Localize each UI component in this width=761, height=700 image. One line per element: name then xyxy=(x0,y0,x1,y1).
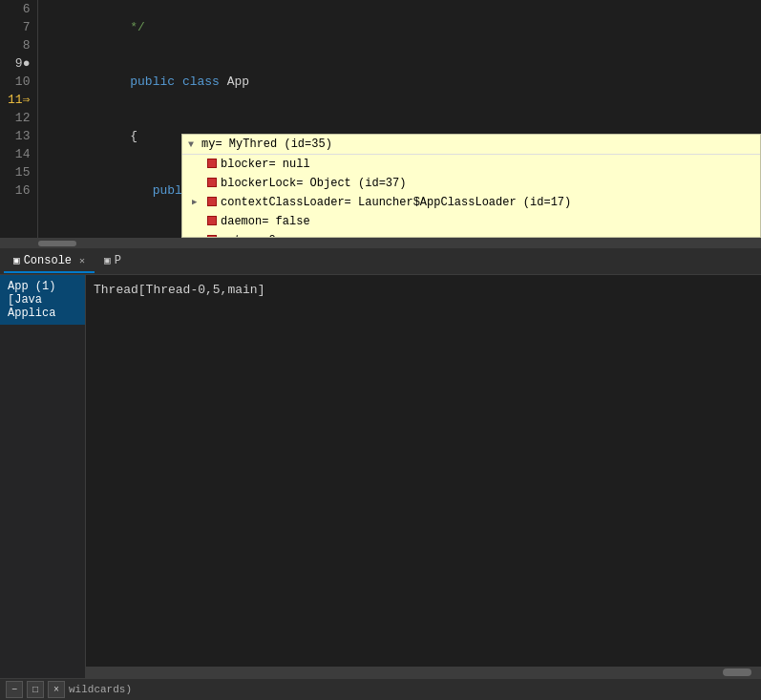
popup-title: my= MyThred (id=35) xyxy=(201,138,332,151)
console-tab-label: Console xyxy=(24,254,72,267)
main-container: 6 7 8 9● 10 11⇒ 12 13 14 15 16 */ public… xyxy=(0,0,761,700)
field-type-icon xyxy=(207,159,217,168)
entry-text: blocker= null xyxy=(221,156,310,173)
debug-popup-header: ▼ my= MyThred (id=35) xyxy=(182,135,760,155)
field-type-icon xyxy=(207,235,217,238)
console-output-area[interactable]: Thread[Thread-0,5,main] xyxy=(86,275,761,667)
console-tab-close[interactable]: ✕ xyxy=(79,255,85,266)
expand-arrow-icon: ▶ xyxy=(192,194,201,211)
p-tab-icon: ▣ xyxy=(104,254,111,266)
line-num-11: 11⇒ xyxy=(8,91,30,109)
bottom-controls: − □ × wildcards) xyxy=(0,678,761,700)
debug-entry: daemon= false xyxy=(182,212,760,231)
line-num-15: 15 xyxy=(8,163,30,181)
entry-text: blockerLock= Object (id=37) xyxy=(221,175,406,192)
panel-sidebar: App (1) [Java Applica xyxy=(0,275,86,678)
field-type-icon xyxy=(207,216,217,225)
debug-entry: blocker= null xyxy=(182,155,760,174)
panel-tabs: ▣ Console ✕ ▣ P xyxy=(0,248,761,275)
line-num-12: 12 xyxy=(8,109,30,127)
panel-main: Thread[Thread-0,5,main] xyxy=(86,275,761,678)
close-button[interactable]: × xyxy=(48,681,65,698)
code-line-6: */ xyxy=(48,0,761,54)
wildcards-label: wildcards) xyxy=(69,684,132,695)
sidebar-item-app[interactable]: App (1) [Java Applica xyxy=(0,275,85,325)
entry-text: daemon= false xyxy=(221,213,310,230)
field-type-icon xyxy=(207,197,217,206)
editor-area: 6 7 8 9● 10 11⇒ 12 13 14 15 16 */ public… xyxy=(0,0,761,239)
debug-entry: eetop= 0 xyxy=(182,231,760,238)
line-num-9: 9● xyxy=(8,54,30,73)
collapse-icon[interactable]: ▼ xyxy=(188,139,194,150)
tab-console[interactable]: ▣ Console ✕ xyxy=(4,250,95,273)
console-h-scrollbar[interactable] xyxy=(86,667,761,678)
line-num-8: 8 xyxy=(8,36,30,54)
debug-variable-popup[interactable]: ▼ my= MyThred (id=35) blocker= null bloc… xyxy=(181,134,761,238)
h-scroll-thumb[interactable] xyxy=(38,241,76,246)
console-tab-icon: ▣ xyxy=(13,254,20,266)
line-num-7: 7 xyxy=(8,18,30,36)
tab-p[interactable]: ▣ P xyxy=(95,250,131,273)
line-num-6: 6 xyxy=(8,0,30,18)
debug-entry: blockerLock= Object (id=37) xyxy=(182,174,760,193)
editor-scrollbar[interactable] xyxy=(0,239,761,248)
line-num-14: 14 xyxy=(8,145,30,163)
sidebar-app-label: App (1) [Java Applica xyxy=(8,280,55,320)
entry-text: eetop= 0 xyxy=(221,232,276,238)
console-h-scroll-thumb xyxy=(723,668,751,676)
debug-entry[interactable]: ▶ contextClassLoader= Launcher$AppClassL… xyxy=(182,193,760,212)
bottom-panel: ▣ Console ✕ ▣ P App (1) [Java Applica Th… xyxy=(0,248,761,700)
debug-entries-container: blocker= null blockerLock= Object (id=37… xyxy=(182,155,760,238)
line-numbers: 6 7 8 9● 10 11⇒ 12 13 14 15 16 xyxy=(0,0,38,238)
p-tab-label: P xyxy=(115,254,121,267)
minimize-button[interactable]: − xyxy=(6,681,23,698)
code-line-7: public class App xyxy=(48,54,761,109)
maximize-button[interactable]: □ xyxy=(27,681,44,698)
console-output-text: Thread[Thread-0,5,main] xyxy=(86,279,761,301)
line-num-16: 16 xyxy=(8,181,30,200)
panel-content: App (1) [Java Applica Thread[Thread-0,5,… xyxy=(0,275,761,678)
line-num-13: 13 xyxy=(8,127,30,145)
entry-text: contextClassLoader= Launcher$AppClassLoa… xyxy=(221,194,571,211)
field-type-icon xyxy=(207,178,217,187)
line-num-10: 10 xyxy=(8,73,30,91)
